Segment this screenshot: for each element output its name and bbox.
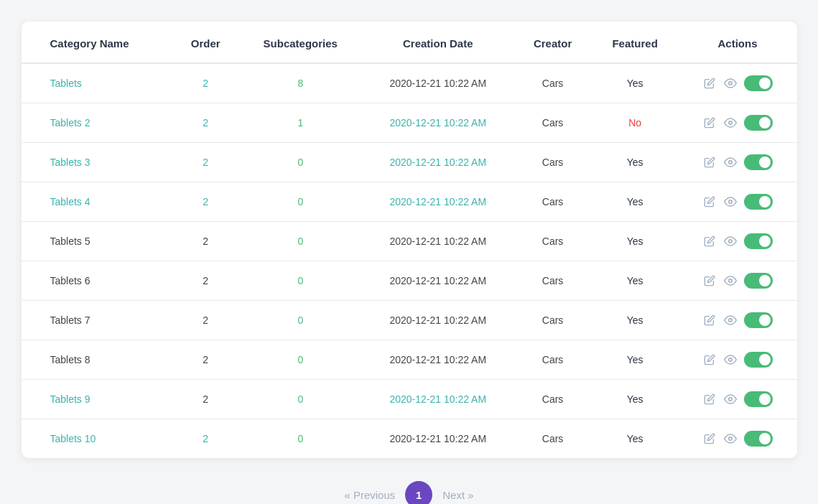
status-toggle[interactable]: [744, 115, 773, 131]
cell-featured: Yes: [592, 63, 679, 103]
edit-button[interactable]: [702, 392, 717, 406]
status-toggle[interactable]: [744, 431, 773, 447]
cell-creation-date: 2020-12-21 10:22 AM: [362, 103, 513, 143]
view-button[interactable]: [722, 431, 738, 447]
svg-point-6: [729, 319, 733, 322]
svg-point-0: [729, 82, 733, 85]
edit-icon: [704, 196, 715, 207]
previous-button[interactable]: « Previous: [344, 489, 395, 501]
status-toggle[interactable]: [744, 273, 773, 289]
view-button[interactable]: [722, 154, 738, 170]
creation-date-link[interactable]: 2020-12-21 10:22 AM: [389, 393, 486, 405]
creation-date-link[interactable]: 2020-12-21 10:22 AM: [389, 196, 486, 207]
status-toggle[interactable]: [744, 233, 773, 249]
view-button[interactable]: [722, 391, 738, 407]
status-toggle[interactable]: [744, 75, 773, 91]
edit-button[interactable]: [702, 431, 717, 446]
table-row: Tablets 5202020-12-21 10:22 AMCarsYes: [22, 222, 797, 261]
subcategories-link[interactable]: 0: [297, 354, 303, 365]
col-header-creation-date: Creation Date: [362, 22, 513, 63]
edit-button[interactable]: [702, 195, 717, 209]
view-button[interactable]: [722, 273, 738, 289]
cell-creation-date: 2020-12-21 10:22 AM: [362, 419, 513, 459]
subcategories-link[interactable]: 1: [297, 117, 303, 129]
table-row: Tablets282020-12-21 10:22 AMCarsYes: [22, 63, 797, 103]
svg-point-3: [729, 200, 733, 204]
cell-subcategories: 0: [238, 380, 362, 419]
category-name-link[interactable]: Tablets: [50, 78, 82, 89]
col-header-featured: Featured: [592, 22, 679, 63]
eye-icon: [724, 314, 737, 327]
category-name-link[interactable]: Tablets 4: [50, 196, 90, 207]
edit-button[interactable]: [702, 116, 717, 130]
view-button[interactable]: [722, 115, 738, 131]
subcategories-link[interactable]: 0: [297, 433, 303, 444]
edit-button[interactable]: [702, 313, 717, 327]
view-button[interactable]: [722, 194, 738, 210]
order-link[interactable]: 2: [203, 78, 208, 89]
subcategories-link[interactable]: 0: [297, 235, 303, 247]
order-link[interactable]: 2: [203, 196, 208, 207]
edit-button[interactable]: [702, 76, 717, 90]
cell-name: Tablets 2: [22, 103, 173, 143]
cell-subcategories: 0: [238, 340, 362, 380]
creation-date-link[interactable]: 2020-12-21 10:22 AM: [389, 157, 486, 168]
cell-creation-date: 2020-12-21 10:22 AM: [362, 340, 513, 380]
subcategories-link[interactable]: 0: [297, 275, 303, 286]
cell-actions: [679, 63, 797, 103]
cell-featured: Yes: [592, 143, 679, 182]
cell-order: 2: [172, 301, 238, 340]
cell-order: 2: [172, 103, 238, 143]
cell-name: Tablets 3: [22, 143, 173, 182]
cell-featured: Yes: [592, 380, 679, 419]
page-1-button[interactable]: 1: [405, 481, 432, 504]
cell-actions: [679, 222, 797, 261]
order-link[interactable]: 2: [203, 433, 208, 444]
edit-icon: [704, 314, 715, 326]
category-name-link[interactable]: Tablets 2: [50, 117, 90, 129]
order-link[interactable]: 2: [203, 117, 208, 129]
category-name-link[interactable]: Tablets 10: [50, 433, 96, 444]
pagination: « Previous 1 Next »: [344, 481, 473, 504]
category-name-link[interactable]: Tablets 3: [50, 157, 90, 168]
edit-button[interactable]: [702, 353, 717, 367]
cell-creation-date: 2020-12-21 10:22 AM: [362, 182, 513, 222]
cell-subcategories: 0: [238, 301, 362, 340]
subcategories-link[interactable]: 8: [297, 78, 303, 89]
view-button[interactable]: [722, 352, 738, 368]
edit-button[interactable]: [702, 234, 717, 248]
eye-icon: [724, 432, 737, 445]
category-name-link[interactable]: Tablets 9: [50, 393, 90, 405]
creation-date-link[interactable]: 2020-12-21 10:22 AM: [389, 117, 486, 129]
cell-actions: [679, 261, 797, 301]
svg-point-1: [729, 121, 733, 125]
status-toggle[interactable]: [744, 154, 773, 170]
subcategories-link[interactable]: 0: [297, 196, 303, 207]
eye-icon: [724, 393, 737, 406]
subcategories-link[interactable]: 0: [297, 157, 303, 168]
subcategories-link[interactable]: 0: [297, 314, 303, 326]
status-toggle[interactable]: [744, 391, 773, 407]
cell-name: Tablets 8: [22, 340, 173, 380]
edit-button[interactable]: [702, 155, 717, 169]
cell-actions: [679, 380, 797, 419]
subcategories-link[interactable]: 0: [297, 393, 303, 405]
status-toggle[interactable]: [744, 194, 773, 210]
cell-featured: Yes: [592, 182, 679, 222]
view-button[interactable]: [722, 312, 738, 328]
table-row: Tablets 10202020-12-21 10:22 AMCarsYes: [22, 419, 797, 459]
table-row: Tablets 7202020-12-21 10:22 AMCarsYes: [22, 301, 797, 340]
view-button[interactable]: [722, 75, 738, 91]
cell-actions: [679, 340, 797, 380]
edit-button[interactable]: [702, 274, 717, 288]
cell-order: 2: [172, 261, 238, 301]
status-toggle[interactable]: [744, 312, 773, 328]
cell-creator: Cars: [513, 143, 591, 182]
status-toggle[interactable]: [744, 352, 773, 368]
cell-creation-date: 2020-12-21 10:22 AM: [362, 261, 513, 301]
next-button[interactable]: Next »: [442, 489, 473, 501]
order-link[interactable]: 2: [203, 157, 208, 168]
svg-point-7: [729, 358, 733, 362]
cell-subcategories: 0: [238, 182, 362, 222]
view-button[interactable]: [722, 233, 738, 249]
